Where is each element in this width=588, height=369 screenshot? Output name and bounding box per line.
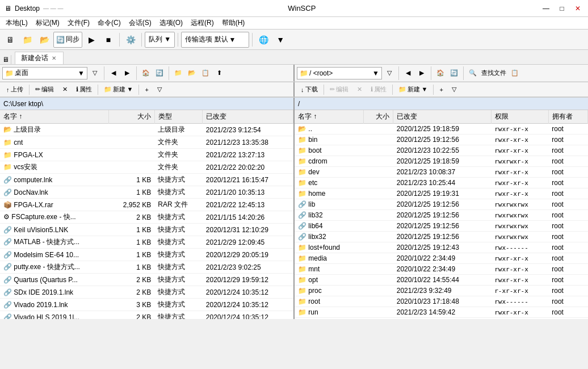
right-nav-filter[interactable]: ▽	[383, 67, 396, 79]
transfer-dropdown[interactable]: 传输选项 默认 ▼	[181, 32, 249, 48]
right-addr-dropdown[interactable]: ▼	[372, 69, 379, 77]
left-nav-btn2[interactable]: 📂	[186, 67, 198, 79]
table-row[interactable]: 📁 bin 2020/12/25 19:12:56 rwxr-xr-x root	[295, 135, 588, 145]
left-nav-new-folder[interactable]: 📁	[172, 67, 184, 79]
more-button-left[interactable]: +	[141, 83, 152, 96]
new-button-left[interactable]: 📁 新建 ▼	[100, 83, 137, 96]
table-row[interactable]: 📁 root 2020/10/23 17:18:48 rwx------ roo…	[295, 296, 588, 307]
download-button[interactable]: ↓ 下载	[297, 83, 322, 96]
right-search[interactable]: 🔍	[467, 67, 479, 79]
menu-item-会话(S)[interactable]: 会话(S)	[125, 17, 155, 29]
table-row[interactable]: 📦 FPGA-LX.rar 2,952 KB RAR 文件 2021/2/22 …	[0, 199, 293, 211]
table-row[interactable]: ⚙ FSCapture.exe - 快... 2 KB 快捷方式 2021/1/…	[0, 211, 293, 224]
table-row[interactable]: 🔗 lib 2020/12/25 19:12:56 rwxrwxrwx root	[295, 199, 588, 210]
menu-item-标记(M)[interactable]: 标记(M)	[32, 17, 63, 29]
left-col-date[interactable]: 已改变	[203, 110, 293, 124]
right-address-input[interactable]	[309, 69, 371, 77]
left-nav-filter[interactable]: ▽	[89, 67, 101, 79]
edit-button-left[interactable]: ✏ 编辑	[31, 83, 58, 96]
table-row[interactable]: 🔗 SDx IDE 2019.1.lnk 2 KB 快捷方式 2020/12/2…	[0, 286, 293, 299]
table-row[interactable]: 🔗 libx32 2020/12/25 19:12:56 rwxrwxrwx r…	[295, 232, 588, 242]
table-row[interactable]: 🔗 DocNav.lnk 1 KB 快捷方式 2021/1/20 10:35:1…	[0, 186, 293, 199]
left-address-input[interactable]	[15, 69, 77, 77]
menu-item-本地(L)[interactable]: 本地(L)	[2, 17, 31, 29]
toolbar-settings[interactable]: ⚙️	[123, 32, 138, 48]
properties-button-right[interactable]: ℹ 属性	[367, 83, 390, 96]
left-nav-refresh[interactable]: 🔄	[153, 67, 166, 79]
table-row[interactable]: 🔗 Vivado HLS 2019.1l... 2 KB 快捷方式 2020/1…	[0, 311, 293, 320]
right-col-name[interactable]: 名字 ↑	[295, 110, 364, 124]
left-nav-home[interactable]: 🏠	[140, 67, 152, 79]
table-row[interactable]: 📁 opt 2020/10/22 14:55:44 rwxr-xr-x root	[295, 275, 588, 286]
table-row[interactable]: 📁 boot 2020/12/23 10:22:55 rwxr-xr-x roo…	[295, 145, 588, 156]
table-row[interactable]: 🔗 lib32 2020/12/25 19:12:56 rwxrwxrwx ro…	[295, 210, 588, 221]
right-nav-home[interactable]: 🏠	[434, 67, 447, 79]
new-button-right[interactable]: 📁 新建 ▼	[394, 83, 432, 96]
left-address-box[interactable]: 📁 ▼	[2, 67, 87, 79]
left-col-type[interactable]: 类型	[154, 110, 203, 124]
table-row[interactable]: 🔗 Quartus (Quartus P... 2 KB 快捷方式 2020/1…	[0, 274, 293, 286]
table-row[interactable]: 🔗 putty.exe - 快捷方式... 1 KB 快捷方式 2021/2/2…	[0, 261, 293, 274]
left-nav-forward[interactable]: ▶	[121, 67, 133, 79]
right-col-owner[interactable]: 拥有者	[548, 110, 587, 124]
left-col-size[interactable]: 大小	[109, 110, 154, 124]
table-row[interactable]: 📁 proc 2021/2/23 9:32:49 r-xr-xr-x root	[295, 286, 588, 296]
minimize-button[interactable]: —	[540, 3, 552, 14]
toolbar-globe-dropdown[interactable]: ▼	[272, 32, 288, 48]
menu-item-帮助(H)[interactable]: 帮助(H)	[219, 17, 249, 29]
table-row[interactable]: 📁 FPGA-LX 文件夹 2021/2/22 13:27:13	[0, 149, 293, 161]
edit-button-right[interactable]: ✏ 编辑	[326, 83, 352, 96]
table-row[interactable]: 📁 lost+found 2020/12/25 19:12:43 rwx----…	[295, 242, 588, 253]
filter-button-left[interactable]: ▽	[153, 83, 166, 96]
left-col-name[interactable]: 名字 ↑	[0, 110, 109, 124]
left-file-table[interactable]: 名字 ↑ 大小 类型 已改变 📂 上级目录 上级目录 2021/2/23 9:1…	[0, 110, 293, 319]
addr-dropdown-arrow[interactable]: ▼	[78, 69, 85, 77]
toolbar-btn-1[interactable]: 🖥	[2, 32, 18, 48]
table-row[interactable]: 📁 cdrom 2020/12/25 19:18:59 rwxrwxr-x ro…	[295, 156, 588, 167]
toolbar-btn-5[interactable]: ■	[100, 32, 116, 48]
table-row[interactable]: 📁 home 2020/12/25 19:19:31 rwxr-xr-x roo…	[295, 188, 588, 199]
sync-button[interactable]: 🔄 同步	[53, 32, 82, 48]
table-row[interactable]: 📂 上级目录 上级目录 2021/2/23 9:12:54	[0, 124, 293, 136]
upload-button[interactable]: ↑ 上传	[2, 83, 27, 96]
right-nav-back[interactable]: ◀	[402, 67, 414, 79]
table-row[interactable]: 📁 etc 2021/2/23 10:25:44 rwxr-xr-x root	[295, 178, 588, 188]
right-col-size[interactable]: 大小	[364, 110, 393, 124]
table-row[interactable]: 🔗 lib64 2020/12/25 19:12:56 rwxrwxrwx ro…	[295, 221, 588, 232]
table-row[interactable]: 🔗 sbin 2020/12/25 19:12:56 rwxrwxrwx roo…	[295, 318, 588, 320]
right-address-box[interactable]: 📁 ▼	[297, 67, 382, 79]
left-nav-btn4[interactable]: ⬆	[213, 67, 225, 79]
right-col-date[interactable]: 已改变	[393, 110, 491, 124]
table-row[interactable]: 📁 vcs安装 文件夹 2021/2/22 20:02:20	[0, 161, 293, 174]
maximize-button[interactable]: □	[556, 3, 568, 14]
menu-item-命令(C)[interactable]: 命令(C)	[94, 17, 124, 29]
table-row[interactable]: 📁 media 2020/10/22 2:34:49 rwxr-xr-x roo…	[295, 253, 588, 264]
table-row[interactable]: 📁 cnt 文件夹 2021/12/23 13:35:38	[0, 136, 293, 149]
filter-button-right[interactable]: ▽	[448, 83, 460, 96]
toolbar-btn-3[interactable]: 📂	[36, 32, 52, 48]
table-row[interactable]: 📁 run 2021/2/23 14:59:42 rwxr-xr-x root	[295, 307, 588, 318]
right-nav-refresh[interactable]: 🔄	[448, 67, 460, 79]
close-button[interactable]: ✕	[572, 3, 583, 14]
left-nav-btn3[interactable]: 📋	[199, 67, 212, 79]
table-row[interactable]: 🔗 Modelsim SE-64 10... 1 KB 快捷方式 2020/12…	[0, 249, 293, 261]
delete-button-right[interactable]: ✕	[353, 83, 366, 96]
properties-button-left[interactable]: ℹ 属性	[72, 83, 96, 96]
menu-item-选项(O)[interactable]: 选项(O)	[156, 17, 186, 29]
right-nav-forward[interactable]: ▶	[415, 67, 428, 79]
left-nav-back[interactable]: ◀	[107, 67, 120, 79]
toolbar-btn-2[interactable]: 📁	[19, 32, 35, 48]
new-session-tab[interactable]: 新建会话 ✕	[15, 52, 64, 64]
toolbar-globe[interactable]: 🌐	[255, 32, 271, 48]
table-row[interactable]: 📁 mnt 2020/10/22 2:34:49 rwxr-xr-x root	[295, 264, 588, 275]
more-button-right[interactable]: +	[435, 83, 447, 96]
table-row[interactable]: 🔗 Keil uVision5.LNK 1 KB 快捷方式 2020/12/31…	[0, 224, 293, 236]
toolbar-btn-4[interactable]: ▶	[83, 32, 99, 48]
right-file-table[interactable]: 名字 ↑ 大小 已改变 权限 拥有者 📂 .. 2020/12/25 19:18…	[295, 110, 588, 319]
tab-close-button[interactable]: ✕	[51, 55, 57, 61]
menu-item-远程(R)[interactable]: 远程(R)	[187, 17, 217, 29]
menu-item-文件(F)[interactable]: 文件(F)	[64, 17, 93, 29]
table-row[interactable]: 🔗 computer.lnk 1 KB 快捷方式 2020/12/21 16:1…	[0, 174, 293, 186]
queue-dropdown[interactable]: 队列 ▼	[145, 32, 175, 48]
right-col-perm[interactable]: 权限	[491, 110, 548, 124]
